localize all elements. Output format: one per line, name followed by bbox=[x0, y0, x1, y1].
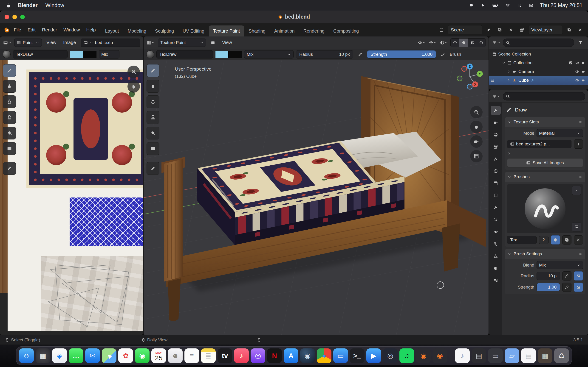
image-editor-menu-image[interactable]: Image bbox=[61, 39, 78, 46]
brush-settings-panel-header[interactable]: Brush Settings bbox=[505, 249, 585, 259]
viewport-brush-selector[interactable]: TexDraw bbox=[156, 50, 213, 58]
dock-facetime[interactable]: ◉ bbox=[135, 348, 149, 363]
chevron-right-icon[interactable] bbox=[507, 152, 511, 155]
dock-steam[interactable]: ◉ bbox=[300, 348, 315, 363]
dock-doc-window[interactable]: ▭ bbox=[488, 348, 503, 363]
dock-launchpad[interactable]: ▦ bbox=[36, 348, 50, 363]
image-datablock-selector[interactable]: bed textu bbox=[81, 39, 140, 47]
fake-user-toggle[interactable] bbox=[551, 235, 560, 244]
pan-hand-button[interactable] bbox=[128, 80, 140, 93]
outliner-display-mode-button[interactable] bbox=[492, 38, 501, 47]
grip-icon[interactable] bbox=[546, 151, 550, 156]
strength-unified-toggle[interactable] bbox=[574, 283, 583, 292]
properties-tab-scene[interactable] bbox=[491, 154, 501, 164]
overlays-toggle-button[interactable] bbox=[439, 38, 449, 47]
viewport-view-menu[interactable]: View bbox=[220, 39, 234, 46]
control-center-icon[interactable] bbox=[528, 3, 533, 8]
unlink-scene-button[interactable] bbox=[506, 25, 515, 34]
brush-users-count[interactable]: 2 bbox=[539, 236, 548, 244]
annotate-tool-button[interactable] bbox=[3, 162, 16, 175]
ortho-toggle-button[interactable] bbox=[470, 150, 483, 162]
draw-tool-button[interactable] bbox=[3, 64, 16, 77]
properties-tab-collection[interactable] bbox=[491, 179, 501, 188]
background-color-swatch[interactable] bbox=[229, 51, 242, 58]
dock-messages[interactable]: … bbox=[69, 348, 83, 363]
outliner-row-cube[interactable]: Cube bbox=[489, 76, 588, 85]
properties-tab-constraints[interactable] bbox=[491, 240, 501, 249]
save-all-images-button[interactable]: Save All Images bbox=[507, 158, 583, 167]
dock-maps[interactable]: ▲ bbox=[102, 348, 116, 363]
outliner-row-camera[interactable]: Camera bbox=[489, 67, 588, 76]
shading-rendered-button[interactable] bbox=[477, 39, 485, 47]
dock-terminal[interactable]: >_ bbox=[350, 348, 364, 363]
dock-spotify[interactable]: ♫ bbox=[399, 348, 414, 363]
workspace-tab-uv-editing[interactable]: UV Editing bbox=[178, 25, 209, 36]
background-color-swatch[interactable] bbox=[83, 51, 96, 58]
mask-tool-button[interactable] bbox=[147, 142, 159, 155]
image-editor-mode-dropdown[interactable]: Paint bbox=[14, 39, 42, 47]
shading-wireframe-button[interactable] bbox=[451, 39, 459, 47]
brush-preview-image-button[interactable] bbox=[572, 222, 581, 232]
foreground-color-swatch[interactable] bbox=[215, 51, 229, 58]
stage-manager-icon[interactable] bbox=[469, 3, 474, 8]
viewport-3d-canvas[interactable]: User Perspective (132) Cube Z Y X bbox=[144, 60, 489, 335]
brush-preview-expand-button[interactable] bbox=[572, 186, 581, 195]
brush-preview-icon[interactable] bbox=[146, 50, 154, 58]
workspace-tab-layout[interactable]: Layout bbox=[101, 25, 123, 36]
blend-mode-dropdown[interactable]: Mix bbox=[536, 261, 583, 269]
radius-slider[interactable]: Radius 10 px bbox=[296, 50, 353, 58]
dock-obs[interactable]: ◎ bbox=[383, 348, 398, 363]
outliner-row-scene-collection[interactable]: Scene Collection bbox=[489, 50, 588, 58]
copy-viewlayer-button[interactable] bbox=[565, 25, 574, 34]
dock-safari[interactable]: ◈ bbox=[52, 348, 67, 363]
dock-apple-tv[interactable]: tv bbox=[217, 348, 232, 363]
workspace-tab-texture-paint[interactable]: Texture Paint bbox=[209, 25, 244, 36]
copy-scene-button[interactable] bbox=[495, 25, 504, 34]
workspace-tab-compositing[interactable]: Compositing bbox=[329, 25, 363, 36]
hide-in-viewport-toggle[interactable] bbox=[575, 69, 579, 74]
zoom-window-button[interactable] bbox=[20, 15, 25, 19]
viewport-editor-type-button[interactable] bbox=[146, 38, 156, 47]
annotate-tool-button[interactable] bbox=[147, 162, 159, 175]
dock-app-store[interactable]: A bbox=[284, 348, 298, 363]
workspace-tab-animation[interactable]: Animation bbox=[270, 25, 299, 36]
texture-slot-item[interactable]: bed textures2.p... bbox=[507, 140, 571, 148]
dock-blender[interactable]: ◉ bbox=[416, 348, 431, 363]
dock-screen-sharing[interactable]: ▭ bbox=[333, 348, 348, 363]
properties-tab-material[interactable] bbox=[491, 264, 501, 273]
properties-tab-physics[interactable] bbox=[491, 227, 501, 236]
remove-viewlayer-button[interactable] bbox=[576, 25, 585, 34]
dock-photos[interactable]: ✿ bbox=[118, 348, 133, 363]
workspace-tab-modeling[interactable]: Modeling bbox=[123, 25, 151, 36]
navigation-gizmo[interactable]: Z Y X bbox=[456, 63, 484, 90]
camera-view-button[interactable] bbox=[470, 135, 483, 148]
zoom-in-button[interactable] bbox=[128, 66, 140, 78]
apple-logo-icon[interactable] bbox=[6, 3, 10, 8]
brush-preview-icon[interactable] bbox=[3, 50, 10, 58]
viewlayer-browse-button[interactable] bbox=[517, 25, 527, 34]
dock-reminders[interactable]: ≡ bbox=[184, 348, 199, 363]
smear-tool-button[interactable] bbox=[3, 95, 16, 108]
scene-selector[interactable]: Scene bbox=[448, 25, 482, 34]
dock-finder[interactable]: ☺ bbox=[19, 348, 34, 363]
brush-popover-label[interactable]: Brush bbox=[450, 52, 461, 57]
dock-doc-text[interactable]: ▤ bbox=[521, 348, 536, 363]
outliner-row-collection[interactable]: Collection bbox=[489, 58, 588, 67]
brushes-panel-header[interactable]: Brushes bbox=[505, 172, 585, 182]
brush-preview-sphere[interactable] bbox=[525, 188, 565, 229]
zoom-button[interactable] bbox=[470, 106, 483, 118]
properties-tab-output[interactable] bbox=[491, 130, 501, 139]
topbar-menu-help[interactable]: Help bbox=[83, 26, 98, 34]
outliner-search-input[interactable] bbox=[503, 39, 574, 47]
unlink-brush-button[interactable] bbox=[574, 235, 583, 244]
strength-pressure-button[interactable] bbox=[438, 50, 447, 59]
properties-tab-view-layer[interactable] bbox=[491, 142, 501, 151]
menubar-app-name[interactable]: Blender bbox=[18, 2, 38, 8]
radius-slider[interactable]: 10 p bbox=[536, 272, 560, 280]
dock-blender-2[interactable]: ◉ bbox=[432, 348, 447, 363]
soften-tool-button[interactable] bbox=[3, 80, 16, 93]
image-editor-menu-view[interactable]: View bbox=[44, 39, 59, 46]
dock-calendar[interactable]: MAY25 bbox=[151, 348, 166, 363]
texture-slots-panel-header[interactable]: Texture Slots bbox=[505, 117, 585, 127]
properties-tab-world[interactable] bbox=[491, 167, 501, 176]
